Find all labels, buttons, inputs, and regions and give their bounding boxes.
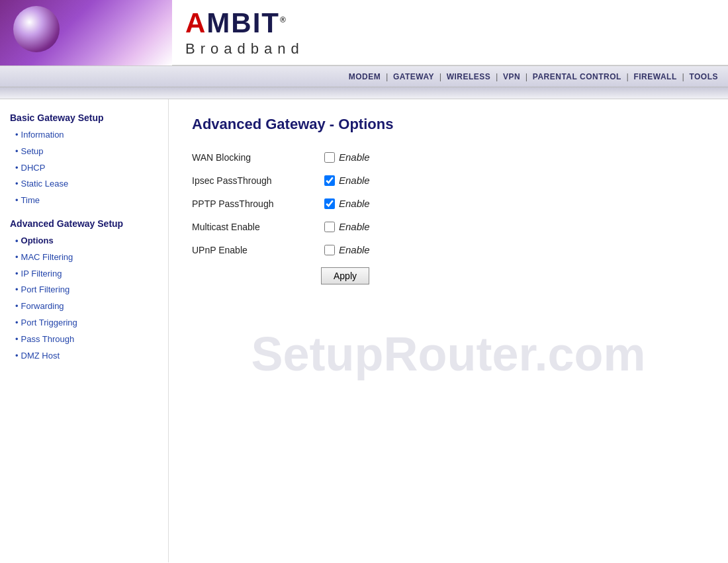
navbar: MODEM | GATEWAY | WIRELESS | VPN | PAREN… [0,66,728,87]
sidebar-item-dmz-host[interactable]: DMZ Host [10,348,158,365]
sidebar-item-port-filtering[interactable]: Port Filtering [10,282,158,298]
pptp-passthrough-enable-label: Enable [339,198,370,209]
sidebar-item-information[interactable]: Information [10,127,158,144]
sidebar-item-static-lease[interactable]: Static Lease [10,176,158,193]
wan-blocking-enable-label: Enable [339,152,370,163]
logo-ambit: AMBIT® [185,7,287,39]
options-form: WAN Blocking Enable Ipsec PassThrough En… [192,152,705,284]
nav-wireless[interactable]: WIRELESS [447,72,491,81]
apply-row: Apply [321,267,705,284]
pptp-passthrough-group: Enable [324,198,370,209]
sidebar-item-setup[interactable]: Setup [10,144,158,160]
sidebar-item-pass-through[interactable]: Pass Through [10,331,158,348]
nav-modem[interactable]: MODEM [349,72,381,81]
pptp-passthrough-label: PPTP PassThrough [192,198,324,209]
main-content: Basic Gateway Setup Information Setup DH… [0,99,728,562]
ipsec-passthrough-label: Ipsec PassThrough [192,175,324,186]
sidebar-advanced-title: Advanced Gateway Setup [10,218,158,229]
wan-blocking-label: WAN Blocking [192,152,324,163]
logo-broadband: Broadband [185,40,715,58]
multicast-enable-enable-label: Enable [339,221,370,232]
nav-vpn[interactable]: VPN [503,72,520,81]
nav-firewall[interactable]: FIREWALL [633,72,676,81]
ipsec-passthrough-group: Enable [324,175,370,186]
sidebar-basic-title: Basic Gateway Setup [10,112,158,123]
ipsec-passthrough-enable-label: Enable [339,175,370,186]
sidebar-item-options[interactable]: Options [10,233,158,249]
ipsec-passthrough-checkbox[interactable] [324,175,335,186]
upnp-enable-row: UPnP Enable Enable [192,244,705,255]
multicast-enable-row: Multicast Enable Enable [192,221,705,232]
pptp-passthrough-checkbox[interactable] [324,198,335,209]
separator [0,87,728,99]
sidebar-item-time[interactable]: Time [10,193,158,209]
upnp-enable-label: UPnP Enable [192,245,324,255]
sidebar-item-forwarding[interactable]: Forwarding [10,298,158,315]
wan-blocking-group: Enable [324,152,370,163]
nav-parental-control[interactable]: PARENTAL CONTROL [533,72,621,81]
sidebar: Basic Gateway Setup Information Setup DH… [0,99,169,562]
multicast-enable-label: Multicast Enable [192,222,324,232]
ipsec-passthrough-row: Ipsec PassThrough Enable [192,175,705,186]
nav-gateway[interactable]: GATEWAY [393,72,434,81]
upnp-enable-group: Enable [324,244,370,255]
content-area: Advanced Gateway - Options SetupRouter.c… [169,99,728,562]
multicast-enable-checkbox[interactable] [324,222,335,232]
apply-button[interactable]: Apply [321,267,369,284]
sidebar-item-port-triggering[interactable]: Port Triggering [10,315,158,331]
multicast-enable-group: Enable [324,221,370,232]
sidebar-item-ip-filtering[interactable]: IP Filtering [10,266,158,282]
nav-tools[interactable]: TOOLS [689,72,718,81]
header: AMBIT® Broadband [0,0,728,66]
pptp-passthrough-row: PPTP PassThrough Enable [192,198,705,209]
upnp-enable-checkbox[interactable] [324,245,335,255]
wan-blocking-checkbox[interactable] [324,152,335,163]
watermark: SetupRouter.com [251,327,645,381]
upnp-enable-enable-label: Enable [339,244,370,255]
wan-blocking-row: WAN Blocking Enable [192,152,705,163]
sidebar-item-mac-filtering[interactable]: MAC Filtering [10,249,158,266]
page-title: Advanced Gateway - Options [192,116,705,133]
sidebar-item-dhcp[interactable]: DHCP [10,160,158,177]
header-logo: AMBIT® Broadband [172,0,728,67]
trademark-icon: ® [280,15,287,24]
header-globe-image [0,0,172,65]
